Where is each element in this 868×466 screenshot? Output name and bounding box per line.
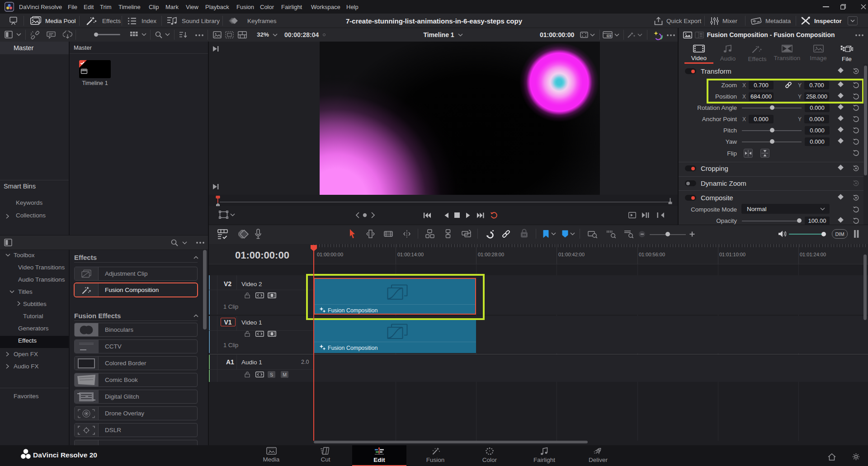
svg-text:HQ: HQ (607, 35, 610, 37)
